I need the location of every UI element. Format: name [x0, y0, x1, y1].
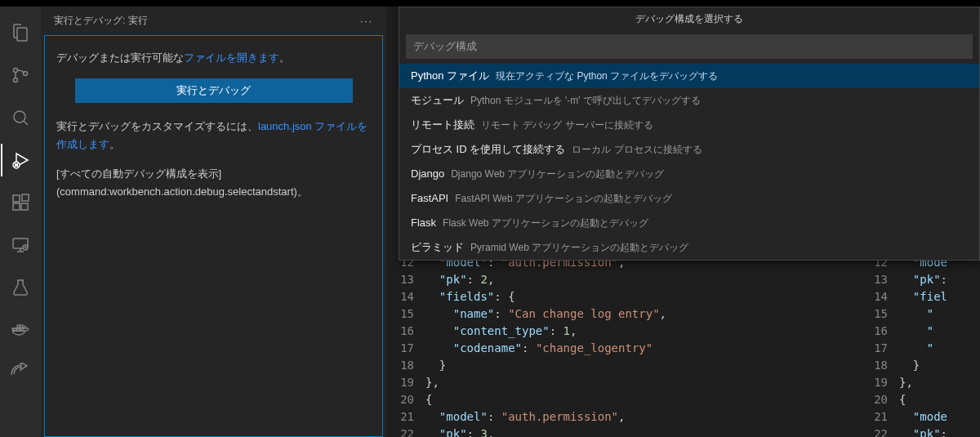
svg-rect-8	[22, 194, 29, 201]
quickpick-item[interactable]: プロセス ID を使用して接続するローカル プロセスに接続する	[399, 137, 979, 162]
quickpick-item[interactable]: Python ファイル現在アクティブな Python ファイルをデバッグする	[399, 64, 979, 88]
svg-rect-14	[17, 325, 20, 328]
quickpick-item[interactable]: FlaskFlask Web アプリケーションの起動とデバッグ	[399, 211, 979, 235]
editor-area: デバッグ構成を選択する デバッグ構成 Python ファイル現在アクティブな P…	[386, 7, 980, 437]
svg-rect-6	[13, 203, 20, 210]
quickpick-input[interactable]: デバッグ構成	[406, 34, 973, 59]
svg-point-0	[14, 69, 18, 73]
quickpick-item[interactable]: DjangoDjango Web アプリケーションの起動とデバッグ	[399, 162, 979, 186]
customize-text: 実行とデバッグをカスタマイズするには、launch.json ファイルを作成しま…	[56, 118, 371, 154]
run-debug-icon[interactable]	[1, 144, 40, 176]
svg-rect-15	[20, 325, 23, 328]
source-control-icon[interactable]	[1, 59, 40, 91]
open-file-link[interactable]: ファイルを開きます	[184, 51, 279, 64]
gutter-right: 111213141516171819202122	[860, 237, 899, 437]
code-right[interactable]: { "mode "pk": "fiel " " " }},{ "mode "pk…	[899, 237, 980, 437]
sidebar-body: デバッグまたは実行可能なファイルを開きます。 実行とデバッグ 実行とデバッグをカ…	[44, 35, 383, 437]
search-icon[interactable]	[1, 101, 40, 134]
docker-icon[interactable]	[1, 314, 40, 346]
svg-rect-7	[21, 203, 28, 210]
open-file-text: デバッグまたは実行可能なファイルを開きます。	[56, 49, 371, 67]
remote-icon[interactable]	[1, 229, 40, 261]
svg-point-1	[14, 78, 18, 82]
editor-right[interactable]: 111213141516171819202122 { "mode "pk": "…	[860, 237, 980, 437]
activity-bar	[0, 7, 41, 437]
share-icon[interactable]	[1, 356, 40, 389]
debug-config-picker: デバッグ構成を選択する デバッグ構成 Python ファイル現在アクティブな P…	[399, 7, 980, 261]
more-actions-icon[interactable]: ···	[360, 16, 373, 27]
run-and-debug-button[interactable]: 実行とデバッグ	[75, 78, 353, 103]
sidebar-title: 実行とデバッグ: 実行	[54, 14, 148, 28]
quickpick-item[interactable]: FastAPIFastAPI Web アプリケーションの起動とデバッグ	[399, 186, 979, 211]
code-left[interactable]: { "model": "auth.permission", "pk": 2, "…	[425, 237, 860, 437]
explorer-icon[interactable]	[1, 16, 40, 49]
testing-icon[interactable]	[1, 271, 40, 304]
quickpick-list: Python ファイル現在アクティブな Python ファイルをデバッグするモジ…	[399, 64, 979, 260]
gutter-left: 111213141516171819202122	[386, 237, 425, 437]
quickpick-item[interactable]: ピラミッドPyramid Web アプリケーションの起動とデバッグ	[399, 235, 979, 260]
quickpick-item[interactable]: リモート接続リモート デバッグ サーバーに接続する	[399, 113, 979, 137]
title-bar	[0, 0, 980, 7]
editor-left[interactable]: 111213141516171819202122 { "model": "aut…	[386, 237, 860, 437]
show-all-configs-text: [すべての自動デバッグ構成を表示](command:workbench.acti…	[56, 165, 371, 201]
quickpick-item[interactable]: モジュールPython モジュールを '-m' で呼び出してデバッグする	[399, 88, 979, 113]
quickpick-title: デバッグ構成を選択する	[399, 7, 979, 31]
sidebar-header: 実行とデバッグ: 実行 ···	[41, 7, 386, 35]
svg-point-3	[14, 111, 25, 123]
run-debug-sidebar: 実行とデバッグ: 実行 ··· デバッグまたは実行可能なファイルを開きます。 実…	[41, 7, 386, 437]
extensions-icon[interactable]	[1, 186, 40, 219]
svg-rect-5	[13, 195, 20, 202]
